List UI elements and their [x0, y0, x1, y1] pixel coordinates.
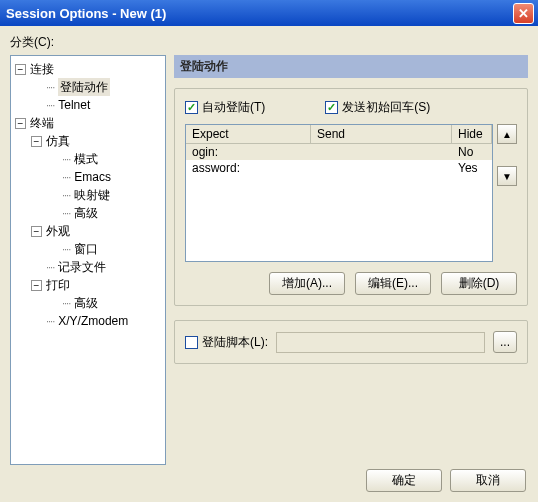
tree-node-emacs[interactable]: ···· Emacs [13, 168, 163, 186]
tree-node-print[interactable]: − 打印 [13, 276, 163, 294]
tree-node-logon-actions[interactable]: ···· 登陆动作 [13, 78, 163, 96]
logon-script-input[interactable] [276, 332, 485, 353]
category-tree[interactable]: − 连接 ···· 登陆动作 ···· Telnet − 终端 − 仿真 ···… [10, 55, 166, 465]
category-label: 分类(C): [10, 34, 528, 51]
tree-node-window[interactable]: ···· 窗口 [13, 240, 163, 258]
tree-node-print-adv[interactable]: ···· 高级 [13, 294, 163, 312]
logon-script-checkbox[interactable]: 登陆脚本(L): [185, 334, 268, 351]
send-cr-checkbox[interactable]: 发送初始回车(S) [325, 99, 430, 116]
edit-button[interactable]: 编辑(E)... [355, 272, 431, 295]
ellipsis-icon: ... [500, 335, 510, 349]
browse-button[interactable]: ... [493, 331, 517, 353]
collapse-icon[interactable]: − [31, 226, 42, 237]
send-cr-label: 发送初始回车(S) [342, 99, 430, 116]
tree-node-logfile[interactable]: ···· 记录文件 [13, 258, 163, 276]
close-icon[interactable]: ✕ [513, 3, 534, 24]
move-down-button[interactable]: ▼ [497, 166, 517, 186]
list-row[interactable]: assword: Yes [186, 160, 492, 176]
delete-button[interactable]: 删除(D) [441, 272, 517, 295]
checkbox-icon [185, 336, 198, 349]
col-send[interactable]: Send [311, 125, 452, 143]
expect-send-list[interactable]: Expect Send Hide ogin: No assword: [185, 124, 493, 262]
add-button[interactable]: 增加(A)... [269, 272, 345, 295]
list-header: Expect Send Hide [186, 125, 492, 144]
tree-node-terminal[interactable]: − 终端 [13, 114, 163, 132]
cancel-button[interactable]: 取消 [450, 469, 526, 492]
tree-node-connection[interactable]: − 连接 [13, 60, 163, 78]
chevron-up-icon: ▲ [502, 129, 512, 140]
col-expect[interactable]: Expect [186, 125, 311, 143]
tree-node-mode[interactable]: ···· 模式 [13, 150, 163, 168]
chevron-down-icon: ▼ [502, 171, 512, 182]
logon-script-label: 登陆脚本(L): [202, 334, 268, 351]
tree-node-telnet[interactable]: ···· Telnet [13, 96, 163, 114]
right-panel: 登陆动作 自动登陆(T) 发送初始回车(S) Expect [174, 55, 528, 465]
auto-logon-label: 自动登陆(T) [202, 99, 265, 116]
collapse-icon[interactable]: − [31, 280, 42, 291]
col-hide[interactable]: Hide [452, 125, 492, 143]
script-group: 登陆脚本(L): ... [174, 320, 528, 364]
client-area: 分类(C): − 连接 ···· 登陆动作 ···· Telnet − 终端 −… [0, 26, 538, 502]
collapse-icon[interactable]: − [31, 136, 42, 147]
window-title: Session Options - New (1) [6, 6, 513, 21]
ok-button[interactable]: 确定 [366, 469, 442, 492]
move-up-button[interactable]: ▲ [497, 124, 517, 144]
tree-node-xyzmodem[interactable]: ···· X/Y/Zmodem [13, 312, 163, 330]
list-row[interactable]: ogin: No [186, 144, 492, 160]
tree-node-mapkeys[interactable]: ···· 映射键 [13, 186, 163, 204]
auto-logon-checkbox[interactable]: 自动登陆(T) [185, 99, 265, 116]
collapse-icon[interactable]: − [15, 118, 26, 129]
tree-node-emulation[interactable]: − 仿真 [13, 132, 163, 150]
checkbox-icon [325, 101, 338, 114]
panel-title: 登陆动作 [174, 55, 528, 78]
tree-node-appearance[interactable]: − 外观 [13, 222, 163, 240]
checkbox-icon [185, 101, 198, 114]
titlebar[interactable]: Session Options - New (1) ✕ [0, 0, 538, 26]
collapse-icon[interactable]: − [15, 64, 26, 75]
tree-node-advanced-emu[interactable]: ···· 高级 [13, 204, 163, 222]
logon-group: 自动登陆(T) 发送初始回车(S) Expect Send Hide [174, 88, 528, 306]
